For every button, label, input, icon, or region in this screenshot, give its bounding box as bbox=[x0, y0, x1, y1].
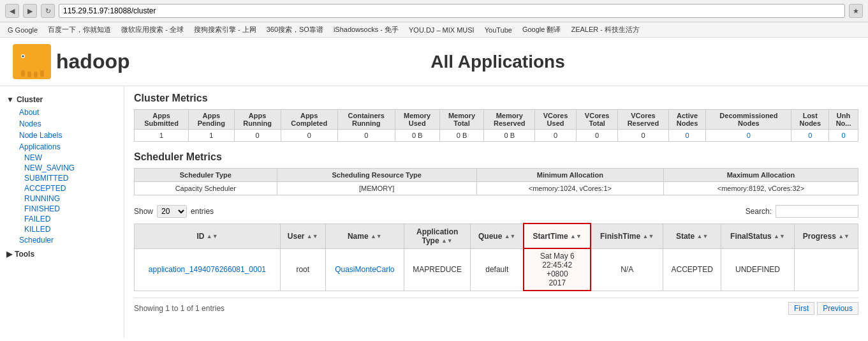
col-apps-completed: AppsCompleted bbox=[281, 110, 337, 130]
sched-val-min: <memory:1024, vCores:1> bbox=[476, 182, 663, 195]
svg-rect-6 bbox=[34, 72, 38, 77]
apps-col-name: Name ▲▼ bbox=[325, 224, 404, 248]
logo-text: hadoop bbox=[56, 50, 130, 73]
sidebar-state-new[interactable]: NEW bbox=[19, 153, 117, 163]
val-vcores-total: 0 bbox=[577, 130, 618, 142]
page-title: All Applications bbox=[140, 52, 855, 72]
show-entries-left: Show 20 50 100 entries bbox=[134, 205, 214, 218]
sidebar-app-states: NEW NEW_SAVING SUBMITTED ACCEPTED RUNNIN… bbox=[13, 153, 117, 234]
svg-point-1 bbox=[18, 52, 30, 66]
hadoop-elephant-logo bbox=[13, 44, 51, 79]
sidebar-state-killed[interactable]: KILLED bbox=[19, 224, 117, 234]
sidebar-applications-link[interactable]: Applications bbox=[13, 141, 117, 153]
bookmark-zealer[interactable]: ZEALER - 科技生活方 bbox=[568, 24, 642, 35]
pagination-previous-btn[interactable]: Previous bbox=[817, 302, 858, 315]
sched-val-resource: [MEMORY] bbox=[277, 182, 476, 195]
val-apps-pending: 1 bbox=[189, 130, 234, 142]
bookmark-star[interactable]: ★ bbox=[849, 4, 863, 18]
type-sort-icon: ▲▼ bbox=[441, 238, 453, 244]
sidebar: ▼ Cluster About Nodes Node Labels Applic… bbox=[0, 86, 124, 338]
col-apps-submitted: AppsSubmitted bbox=[135, 110, 189, 130]
pagination-first-btn[interactable]: First bbox=[788, 302, 814, 315]
apps-col-user: User ▲▼ bbox=[280, 224, 325, 248]
val-memory-total: 0 B bbox=[439, 130, 484, 142]
apps-col-state: State ▲▼ bbox=[663, 224, 721, 248]
sidebar-cluster-header[interactable]: ▼ Cluster bbox=[6, 93, 117, 107]
user-sort-icon: ▲▼ bbox=[307, 233, 318, 239]
lost-nodes-link[interactable]: 0 bbox=[808, 132, 812, 139]
cell-user: root bbox=[280, 248, 325, 291]
sidebar-state-new-saving[interactable]: NEW_SAVING bbox=[19, 163, 117, 173]
col-vcores-used: VCoresUsed bbox=[535, 110, 577, 130]
bookmark-google[interactable]: G Google bbox=[5, 26, 40, 34]
decommissioned-nodes-link[interactable]: 0 bbox=[747, 132, 751, 139]
main-content: ▼ Cluster About Nodes Node Labels Applic… bbox=[0, 86, 868, 338]
bookmark-baidu[interactable]: 百度一下，你就知道 bbox=[45, 24, 114, 35]
cell-id: application_1494076266081_0001 bbox=[135, 248, 281, 291]
sidebar-tools-header[interactable]: ▶ Tools bbox=[0, 246, 124, 261]
col-containers-running: ContainersRunning bbox=[337, 110, 395, 130]
apps-col-finalstatus: FinalStatus ▲▼ bbox=[721, 224, 795, 248]
col-memory-used: MemoryUsed bbox=[395, 110, 439, 130]
cell-finalstatus: UNDEFINED bbox=[721, 248, 795, 291]
col-lost-nodes: LostNodes bbox=[791, 110, 829, 130]
sched-col-resource: Scheduling Resource Type bbox=[277, 169, 476, 182]
address-bar[interactable] bbox=[59, 4, 845, 18]
cell-starttime: Sat May 622:45:42+08002017 bbox=[524, 248, 591, 291]
bookmark-sougou[interactable]: 搜狗搜索引擎 - 上网 bbox=[191, 24, 259, 35]
app-name-link[interactable]: QuasiMonteCarlo bbox=[335, 265, 394, 274]
cluster-label: Cluster bbox=[17, 95, 43, 104]
app-id-link[interactable]: application_1494076266081_0001 bbox=[149, 265, 266, 274]
sidebar-about-link[interactable]: About bbox=[13, 107, 117, 118]
sidebar-state-submitted[interactable]: SUBMITTED bbox=[19, 173, 117, 183]
sidebar-state-finished[interactable]: FINISHED bbox=[19, 204, 117, 214]
apps-col-queue: Queue ▲▼ bbox=[471, 224, 524, 248]
search-input[interactable] bbox=[776, 205, 858, 218]
finalstatus-sort-icon: ▲▼ bbox=[774, 233, 785, 239]
col-decommissioned-nodes: DecommissionedNodes bbox=[706, 110, 791, 130]
forward-button[interactable]: ▶ bbox=[23, 4, 37, 18]
sidebar-state-accepted[interactable]: ACCEPTED bbox=[19, 183, 117, 193]
col-active-nodes: ActiveNodes bbox=[668, 110, 706, 130]
active-nodes-link[interactable]: 0 bbox=[685, 132, 689, 139]
unhealthy-nodes-link[interactable]: 0 bbox=[841, 132, 845, 139]
cluster-metrics-title: Cluster Metrics bbox=[134, 93, 858, 104]
val-active-nodes: 0 bbox=[668, 130, 706, 142]
val-apps-completed: 0 bbox=[281, 130, 337, 142]
show-entries-row: Show 20 50 100 entries Search: bbox=[134, 205, 858, 218]
show-select[interactable]: 20 50 100 bbox=[157, 205, 187, 218]
val-lost-nodes: 0 bbox=[791, 130, 829, 142]
bookmark-youdj[interactable]: YOU.DJ – MIX MUSI bbox=[406, 26, 477, 34]
bookmark-microsoft[interactable]: 微软应用搜索 - 全球 bbox=[119, 24, 186, 35]
cell-type: MAPREDUCE bbox=[404, 248, 471, 291]
refresh-button[interactable]: ↻ bbox=[41, 4, 55, 18]
sched-val-type: Capacity Scheduler bbox=[135, 182, 277, 195]
bookmark-shadowsocks[interactable]: iShadowsocks - 免手 bbox=[331, 24, 401, 35]
sched-col-min: Minimum Allocation bbox=[476, 169, 663, 182]
apps-col-id: ID ▲▼ bbox=[135, 224, 281, 248]
apps-col-progress: Progress ▲▼ bbox=[794, 224, 858, 248]
val-containers-running: 0 bbox=[337, 130, 395, 142]
sidebar-nodes-link[interactable]: Nodes bbox=[13, 118, 117, 130]
back-button[interactable]: ◀ bbox=[5, 4, 19, 18]
sidebar-node-labels-link[interactable]: Node Labels bbox=[13, 130, 117, 141]
svg-rect-7 bbox=[40, 70, 44, 77]
bookmark-360[interactable]: 360搜索，SO靠谱 bbox=[264, 24, 326, 35]
cluster-metrics-row: 1 1 0 0 0 0 B 0 B 0 B 0 0 0 0 0 0 bbox=[135, 130, 858, 142]
cell-state: ACCEPTED bbox=[663, 248, 721, 291]
bookmark-translate[interactable]: Google 翻译 bbox=[520, 24, 564, 35]
sidebar-state-running[interactable]: RUNNING bbox=[19, 193, 117, 204]
scheduler-metrics-table: Scheduler Type Scheduling Resource Type … bbox=[134, 168, 858, 195]
sidebar-scheduler-link[interactable]: Scheduler bbox=[13, 234, 117, 246]
sidebar-state-failed[interactable]: FAILED bbox=[19, 214, 117, 224]
page-wrapper: hadoop All Applications ▼ Cluster About … bbox=[0, 38, 868, 338]
search-label: Search: bbox=[746, 207, 772, 216]
progress-sort-icon: ▲▼ bbox=[838, 233, 850, 239]
val-decommissioned-nodes: 0 bbox=[706, 130, 791, 142]
name-sort-icon: ▲▼ bbox=[371, 233, 382, 239]
state-sort-icon: ▲▼ bbox=[697, 233, 709, 239]
col-apps-pending: AppsPending bbox=[189, 110, 234, 130]
bookmark-youtube[interactable]: YouTube bbox=[482, 26, 515, 34]
pagination-buttons: First Previous bbox=[788, 302, 858, 315]
sched-col-max: Maximum Allocation bbox=[663, 169, 858, 182]
